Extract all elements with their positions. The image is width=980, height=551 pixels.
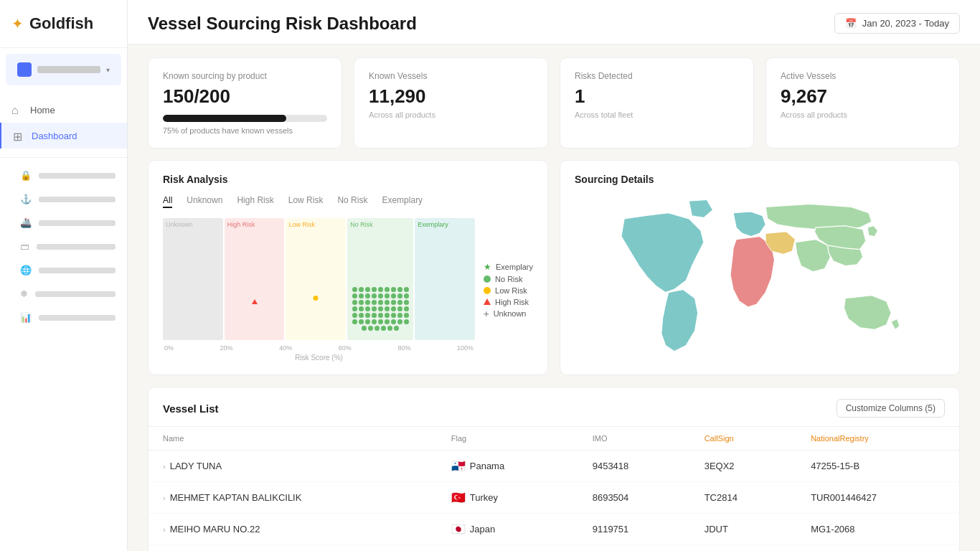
sidebar-sub-section: 🔒 ⚓ 🚢 🗃 🌐 ❄ 📊: [0, 157, 127, 335]
snowflake-icon: ❄: [20, 288, 28, 299]
sidebar-sub-bar-4: [37, 244, 116, 250]
vessel-flag-1: 🇹🇷 Turkey: [437, 482, 578, 514]
sidebar-item-ship[interactable]: 🚢: [0, 211, 127, 235]
risks-label: Risks Detected: [575, 71, 739, 81]
date-range-picker[interactable]: 📅 Jan 20, 2023 - Today: [834, 13, 960, 34]
circle-norisk-icon: [484, 276, 491, 283]
sidebar-item-lock[interactable]: 🔒: [0, 164, 127, 187]
risks-value: 1: [575, 85, 739, 108]
legend-unknown: + Unknown: [484, 309, 533, 319]
tab-high-risk[interactable]: High Risk: [237, 195, 273, 208]
user-menu[interactable]: ▾: [6, 54, 121, 85]
tab-all[interactable]: All: [163, 195, 172, 208]
north-america: [621, 213, 704, 293]
high-col-label: High Risk: [227, 221, 255, 228]
expand-icon-2[interactable]: ›: [163, 525, 166, 534]
stat-card-active: Active Vessels 9,267 Across all products: [765, 57, 960, 149]
sourcing-sub: 75% of products have known vessels: [163, 126, 327, 135]
customize-columns-button[interactable]: Customize Columns (5): [837, 399, 945, 418]
main-header: Vessel Sourcing Risk Dashboard 📅 Jan 20,…: [128, 0, 980, 44]
x-60: 60%: [339, 344, 352, 352]
lock-icon: 🔒: [20, 170, 32, 181]
anchor-icon: ⚓: [20, 194, 32, 204]
sidebar-item-snow[interactable]: ❄: [0, 282, 127, 306]
expand-icon-0[interactable]: ›: [163, 462, 166, 471]
star-icon: ★: [484, 262, 491, 272]
risk-col-exemplary: Exemplary: [415, 218, 475, 340]
tab-no-risk[interactable]: No Risk: [337, 195, 367, 208]
sidebar-item-chart[interactable]: 📊: [0, 306, 127, 329]
japan: [867, 226, 877, 237]
vessel-section: Vessel List Customize Columns (5) Name F…: [148, 387, 960, 551]
legend-highrisk-label: High Risk: [495, 298, 529, 306]
table-row[interactable]: ›MYLO 🇵🇦 Panama 9278612 HPFK 29233-03-F: [149, 545, 959, 552]
sourcing-progress: [163, 115, 327, 122]
table-row[interactable]: ›LADY TUNA 🇵🇦 Panama 9453418 3EQX2 47255…: [149, 451, 959, 482]
vessel-list-title: Vessel List: [163, 402, 219, 415]
logo: ✦ Goldfish: [0, 0, 127, 48]
vessel-callsign-3: HPFK: [690, 545, 796, 552]
flag-emoji-1: 🇹🇷: [451, 491, 466, 504]
col-imo: IMO: [578, 427, 690, 451]
avatar: [17, 62, 32, 77]
col-callsign: CallSign: [690, 427, 796, 451]
progress-bar-fill: [163, 115, 286, 122]
sidebar-label-dashboard: Dashboard: [32, 131, 77, 141]
high-risk-triangle-marker: [252, 298, 258, 304]
sidebar-item-globe[interactable]: 🌐: [0, 258, 127, 282]
progress-bar-bg: [163, 115, 327, 122]
sidebar-item-database[interactable]: 🗃: [0, 235, 127, 258]
col-registry: NationalRegistry: [796, 427, 959, 451]
plus-unknown-icon: +: [484, 309, 489, 319]
tab-low-risk[interactable]: Low Risk: [288, 195, 324, 208]
expand-icon-1[interactable]: ›: [163, 494, 166, 502]
table-row[interactable]: ›MEIHO MARU NO.22 🇯🇵 Japan 9119751 JDUT …: [149, 514, 959, 545]
risk-tabs: All Unknown High Risk Low Risk No Risk E…: [163, 195, 533, 208]
sidebar-item-dashboard[interactable]: ⊞ Dashboard: [0, 123, 127, 149]
risks-sub: Across total fleet: [575, 110, 739, 119]
sidebar-sub-bar-6: [35, 291, 116, 297]
triangle-highrisk-icon: [484, 298, 491, 305]
risk-col-high: High Risk: [225, 218, 285, 340]
unknown-col-label: Unknown: [166, 221, 193, 228]
risk-chart: Unknown High Risk Low Risk: [163, 218, 475, 362]
tab-exemplary[interactable]: Exemplary: [382, 195, 423, 208]
sidebar-item-anchor[interactable]: ⚓: [0, 187, 127, 211]
user-name-bar: [37, 66, 100, 73]
vessel-callsign-0: 3EQX2: [690, 451, 796, 482]
risk-legend: ★ Exemplary No Risk Low Risk High Risk: [475, 218, 533, 362]
vessels-value: 11,290: [369, 85, 533, 108]
sidebar-item-home[interactable]: ⌂ Home: [0, 97, 127, 123]
vessel-list-header: Vessel List Customize Columns (5): [149, 387, 959, 427]
home-icon: ⌂: [11, 104, 23, 116]
sidebar: ✦ Goldfish ▾ ⌂ Home ⊞ Dashboard 🔒 ⚓ 🚢: [0, 0, 128, 551]
africa: [730, 237, 775, 308]
flag-label-2: Japan: [470, 524, 495, 534]
sidebar-label-home: Home: [30, 105, 55, 116]
dashboard-icon: ⊞: [13, 130, 24, 141]
active-value: 9,267: [781, 85, 945, 108]
ship-icon: 🚢: [20, 217, 32, 228]
circle-lowrisk-icon: [484, 287, 491, 294]
vessel-name-3: ›MYLO: [149, 545, 437, 552]
sidebar-sub-bar-2: [39, 197, 116, 202]
logo-text: Goldfish: [29, 14, 93, 33]
logo-icon: ✦: [11, 15, 24, 32]
vessels-sub: Across all products: [369, 110, 533, 119]
sidebar-nav: ⌂ Home ⊞ Dashboard: [0, 91, 127, 154]
risk-col-unknown: Unknown: [163, 218, 223, 340]
vessel-flag-2: 🇯🇵 Japan: [437, 514, 578, 545]
low-risk-dot-marker: [314, 296, 319, 301]
tab-unknown[interactable]: Unknown: [187, 195, 222, 208]
norisk-col-label: No Risk: [350, 221, 373, 228]
russia: [765, 204, 872, 230]
x-axis: 0% 20% 40% 60% 80% 100%: [163, 344, 475, 352]
sourcing-details-title: Sourcing Details: [575, 174, 945, 185]
table-row[interactable]: ›MEHMET KAPTAN BALIKCILIK 🇹🇷 Turkey 8693…: [149, 482, 959, 514]
flag-emoji-2: 🇯🇵: [451, 522, 466, 536]
vessel-imo-2: 9119751: [578, 514, 690, 545]
sourcing-details-card: Sourcing Details: [560, 160, 960, 375]
south-america: [661, 289, 698, 351]
risk-chart-container: Unknown High Risk Low Risk: [163, 218, 533, 362]
charts-row: Risk Analysis All Unknown High Risk Low …: [128, 149, 980, 375]
